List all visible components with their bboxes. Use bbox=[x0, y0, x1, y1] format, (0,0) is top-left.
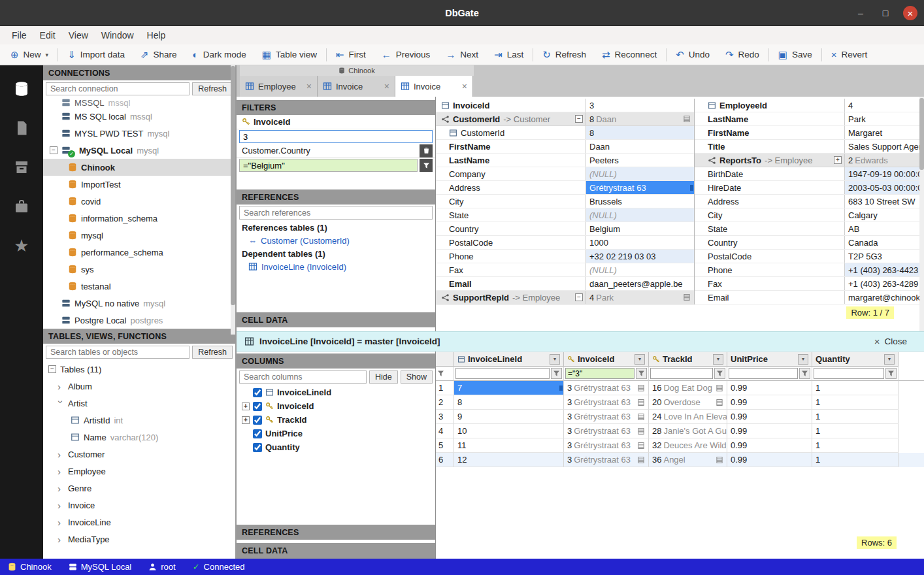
column-header-trackid[interactable]: TrackId▾ bbox=[649, 352, 727, 367]
toolbar-redo-button[interactable]: ↷Redo bbox=[718, 44, 767, 65]
funnel-button[interactable] bbox=[885, 368, 897, 379]
row-number[interactable]: 2 bbox=[436, 395, 454, 410]
menu-edit[interactable]: Edit bbox=[33, 29, 62, 42]
menu-view[interactable]: View bbox=[62, 29, 95, 42]
form-scrollbar[interactable] bbox=[919, 97, 924, 331]
table-genre[interactable]: ›Genre bbox=[43, 480, 235, 497]
cell-quantity[interactable]: 1 bbox=[812, 381, 899, 395]
tables-search-input[interactable] bbox=[46, 346, 190, 359]
connections-refresh-button[interactable]: Refresh bbox=[192, 82, 233, 95]
toolbar-last-button[interactable]: ⇥Last bbox=[486, 44, 531, 65]
column-checkbox[interactable] bbox=[253, 429, 262, 438]
cell-quantity[interactable]: 1 bbox=[812, 438, 899, 453]
chevron-icon[interactable]: › bbox=[58, 518, 64, 527]
toolbar-refresh-button[interactable]: ↻Refresh bbox=[535, 44, 594, 65]
cell-trackid[interactable]: 24Love In An Elevator bbox=[649, 410, 727, 424]
close-icon[interactable]: × bbox=[384, 81, 389, 91]
activitybar-connections[interactable] bbox=[7, 73, 37, 105]
column-dropdown-button[interactable]: ▾ bbox=[635, 354, 645, 365]
connections-scrollbar[interactable] bbox=[231, 65, 235, 335]
column-item-invoicelineid[interactable]: InvoiceLineId bbox=[237, 386, 435, 399]
tab-invoice-2[interactable]: Invoice× bbox=[395, 76, 473, 97]
column-dropdown-button[interactable]: ▾ bbox=[713, 354, 723, 365]
toolbar-import-data-button[interactable]: ⇓Import data bbox=[59, 44, 133, 65]
form-value-firstname[interactable]: Daan bbox=[586, 140, 694, 153]
table-mediatype[interactable]: ›MediaType bbox=[43, 531, 235, 548]
chevron-icon[interactable]: › bbox=[58, 382, 64, 391]
column-dropdown-button[interactable]: ▾ bbox=[550, 354, 560, 365]
form-value-address[interactable]: 683 10 Street SW bbox=[845, 195, 920, 208]
menu-help[interactable]: Help bbox=[140, 29, 173, 42]
cell-invoicelineid[interactable]: 9 bbox=[454, 410, 564, 424]
close-icon[interactable]: × bbox=[462, 81, 467, 91]
row-number[interactable]: 1 bbox=[436, 381, 454, 395]
cell-unitprice[interactable]: 0.99 bbox=[727, 381, 812, 395]
cell-unitprice[interactable]: 0.99 bbox=[727, 424, 812, 438]
connection-postgre-local[interactable]: Postgre Localpostgres bbox=[43, 312, 235, 329]
cell-invoiceid[interactable]: 3Grétrystraat 63 bbox=[564, 453, 649, 467]
filter-input[interactable] bbox=[729, 368, 798, 379]
tab-invoice-1[interactable]: Invoice× bbox=[318, 76, 395, 97]
funnel-button[interactable] bbox=[799, 368, 810, 379]
close-detail-button[interactable]: × Close bbox=[874, 336, 907, 347]
column-dropdown-button[interactable]: ▾ bbox=[884, 354, 895, 365]
collapse-icon[interactable]: − bbox=[48, 365, 56, 373]
row-number[interactable]: 3 bbox=[436, 410, 454, 424]
remove-filter-button[interactable] bbox=[420, 144, 433, 157]
column-item-unitprice[interactable]: UnitPrice bbox=[237, 427, 435, 440]
form-value-state[interactable]: AB bbox=[845, 222, 920, 235]
form-value-phone[interactable]: +32 02 219 03 03 bbox=[586, 250, 694, 263]
status-root[interactable]: root bbox=[148, 562, 175, 572]
toolbar-undo-button[interactable]: ↶Undo bbox=[668, 44, 718, 65]
funnel-button[interactable] bbox=[551, 368, 562, 379]
status-connected[interactable]: ✓Connected bbox=[193, 562, 245, 572]
table-invoiceline[interactable]: ›InvoiceLine bbox=[43, 514, 235, 531]
filter-input[interactable] bbox=[814, 368, 884, 379]
table-invoice[interactable]: ›Invoice bbox=[43, 497, 235, 514]
tables-refresh-button[interactable]: Refresh bbox=[192, 346, 233, 359]
form-value-supportrepid[interactable]: 4Park bbox=[586, 291, 694, 304]
column-header-quantity[interactable]: Quantity▾ bbox=[812, 352, 899, 367]
menu-window[interactable]: Window bbox=[95, 29, 140, 42]
column-name[interactable]: Namevarchar(120) bbox=[43, 429, 235, 446]
form-value-title[interactable]: Sales Support Agent bbox=[845, 140, 920, 153]
database-chinook[interactable]: Chinook bbox=[43, 159, 235, 176]
database-importtest[interactable]: ImportTest bbox=[43, 176, 235, 193]
cell-invoicelineid[interactable]: 8 bbox=[454, 395, 564, 410]
reference-link-customer-customerid[interactable]: ⇔Customer (CustomerId) bbox=[237, 234, 435, 247]
form-value-hiredate[interactable]: 2003-05-03 00:00:00 bbox=[845, 181, 920, 194]
form-value-birthdate[interactable]: 1947-09-19 00:00:00 bbox=[845, 167, 920, 180]
chevron-icon[interactable]: › bbox=[58, 534, 64, 544]
column-checkbox[interactable] bbox=[253, 443, 262, 452]
filter-input[interactable] bbox=[650, 368, 713, 379]
connections-search-input[interactable] bbox=[46, 82, 190, 95]
form-value-email[interactable]: daan_peeters@apple.be bbox=[586, 277, 694, 290]
cell-invoiceid[interactable]: 3Grétrystraat 63 bbox=[564, 424, 649, 438]
expand-icon[interactable]: + bbox=[242, 402, 250, 410]
cell-trackid[interactable]: 32Deuces Are Wild bbox=[649, 438, 727, 453]
column-item-quantity[interactable]: Quantity bbox=[237, 440, 435, 454]
form-value-state[interactable]: (NULL) bbox=[586, 208, 694, 222]
filter-input[interactable] bbox=[565, 368, 635, 379]
cell-invoicelineid[interactable]: 10 bbox=[454, 424, 564, 438]
hide-column-button[interactable]: Hide bbox=[369, 370, 398, 384]
database-information-schema[interactable]: information_schema bbox=[43, 210, 235, 227]
form-value-employeeid[interactable]: 4 bbox=[845, 99, 920, 112]
connection-mysl-pwd-test[interactable]: MYSL PWD TESTmysql bbox=[43, 125, 235, 142]
activitybar-history[interactable] bbox=[7, 191, 37, 222]
form-value-company[interactable]: (NULL) bbox=[586, 167, 694, 180]
column-header-unitprice[interactable]: UnitPrice▾ bbox=[727, 352, 812, 367]
form-value-reportsto[interactable]: 2Edwards bbox=[845, 154, 920, 167]
database-performance-schema[interactable]: performance_schema bbox=[43, 244, 235, 261]
database-mysql[interactable]: mysql bbox=[43, 227, 235, 244]
form-value-firstname[interactable]: Margaret bbox=[845, 126, 920, 139]
cell-trackid[interactable]: 28Janie's Got A Gun bbox=[649, 424, 727, 438]
chevron-icon[interactable]: › bbox=[58, 501, 64, 510]
toolbar-share-button[interactable]: ⇗Share bbox=[133, 44, 185, 65]
filter-input[interactable] bbox=[455, 368, 550, 379]
form-value-lastname[interactable]: Park bbox=[845, 112, 920, 125]
activitybar-favorites[interactable]: ★ bbox=[7, 230, 37, 261]
cell-trackid[interactable]: 20Overdose bbox=[649, 395, 727, 410]
form-value-address[interactable]: Grétrystraat 63 bbox=[586, 181, 694, 194]
form-value-city[interactable]: Calgary bbox=[845, 208, 920, 222]
